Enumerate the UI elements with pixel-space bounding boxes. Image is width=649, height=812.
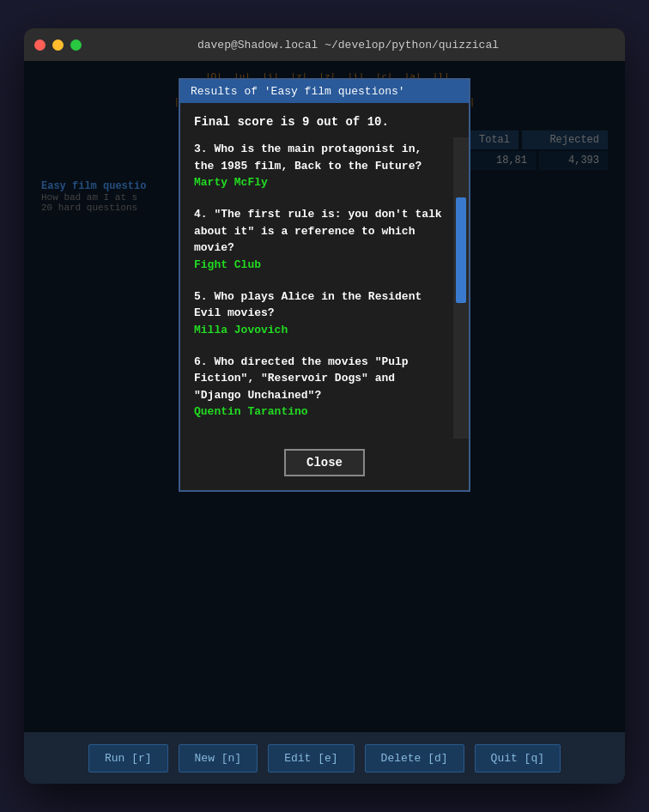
app-window: davep@Shadow.local ~/develop/python/quiz… [24,28,625,784]
qa-item-3: 3. Who is the main protagonist in, the 1… [194,141,443,189]
qa-num-4: 4. [194,208,214,221]
new-button[interactable]: New [n] [179,744,258,773]
qa-num-3: 3. [194,142,214,155]
qa-num-5: 5. [194,290,214,303]
main-content: |Q| |u| |i| |z| |z| |i| |c| |a| |l| |--|… [24,61,625,732]
bottom-toolbar: Run [r] New [n] Edit [e] Delete [d] Quit… [24,732,625,784]
minimize-dot[interactable] [52,39,64,51]
quit-button[interactable]: Quit [q] [475,744,561,773]
modal-footer: Close [180,439,469,490]
modal-body: 3. Who is the main protagonist in, the 1… [180,137,469,439]
close-button[interactable]: Close [284,449,365,476]
qa-answer-4: Fight Club [194,258,443,271]
title-bar: davep@Shadow.local ~/develop/python/quiz… [24,28,625,61]
qa-question-4: 4. "The first rule is: you don't talk ab… [194,206,443,257]
run-button[interactable]: Run [r] [88,744,168,773]
modal-overlay: Results of 'Easy film questions' Final s… [24,61,625,732]
qa-question-5: 5. Who plays Alice in the Resident Evil … [194,288,443,322]
scrollbar-thumb[interactable] [456,197,466,303]
qa-answer-6: Quentin Tarantino [194,405,443,418]
qa-question-6: 6. Who directed the movies "Pulp Fiction… [194,354,443,404]
qa-item-5: 5. Who plays Alice in the Resident Evil … [194,288,443,336]
edit-button[interactable]: Edit [e] [268,744,354,773]
modal-scroll-area[interactable]: 3. Who is the main protagonist in, the 1… [180,137,453,439]
modal-score: Final score is 9 out of 10. [180,103,469,137]
results-modal: Results of 'Easy film questions' Final s… [179,78,470,492]
qa-answer-3: Marty McFly [194,176,443,189]
delete-button[interactable]: Delete [d] [365,744,464,773]
qa-answer-5: Milla Jovovich [194,324,443,336]
qa-item-4: 4. "The first rule is: you don't talk ab… [194,206,443,271]
modal-title-bar: Results of 'Easy film questions' [180,80,469,103]
scrollbar[interactable] [453,137,469,439]
window-title: davep@Shadow.local ~/develop/python/quiz… [82,39,615,52]
qa-question-3: 3. Who is the main protagonist in, the 1… [194,141,443,174]
qa-item-6: 6. Who directed the movies "Pulp Fiction… [194,354,443,419]
modal-title: Results of 'Easy film questions' [191,85,405,98]
qa-num-6: 6. [194,355,214,368]
close-dot[interactable] [34,39,45,51]
traffic-lights [34,39,82,51]
maximize-dot[interactable] [70,39,82,51]
